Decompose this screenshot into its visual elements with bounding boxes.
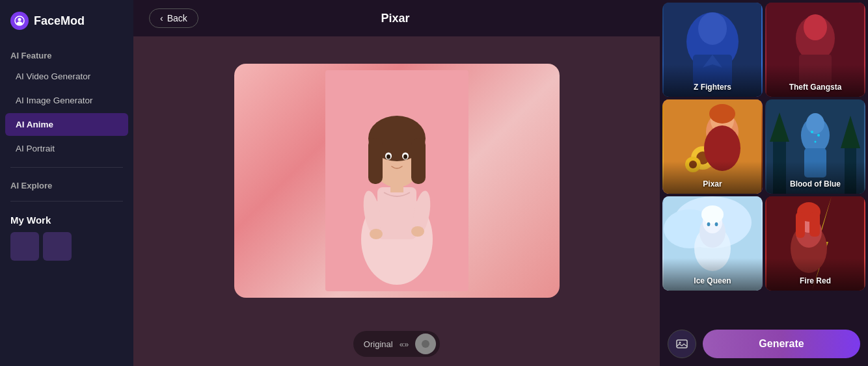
chevron-left-icon: ‹ bbox=[160, 13, 163, 23]
style-card-pixar[interactable]: Pixar bbox=[662, 99, 763, 194]
canvas-area bbox=[133, 36, 660, 324]
svg-rect-68 bbox=[796, 212, 805, 238]
sidebar-item-label: AI Image Generator bbox=[16, 96, 93, 105]
toggle-arrows-icon: «» bbox=[400, 339, 409, 349]
header: ‹ Back Pixar bbox=[133, 0, 660, 36]
style-card-label: Pixar bbox=[703, 179, 722, 189]
style-card-overlay bbox=[662, 258, 763, 291]
style-card-bg: Z Fighters bbox=[662, 3, 763, 97]
style-card-label: Blood of Blue bbox=[790, 179, 841, 189]
back-button[interactable]: ‹ Back bbox=[149, 8, 198, 28]
svg-point-12 bbox=[403, 154, 407, 159]
style-card-bg: Fire Red bbox=[765, 196, 865, 291]
page-title: Pixar bbox=[211, 12, 579, 25]
svg-point-17 bbox=[411, 226, 424, 237]
sidebar-item-label: AI Portrait bbox=[16, 144, 55, 153]
back-label: Back bbox=[167, 13, 187, 23]
svg-point-25 bbox=[804, 14, 827, 40]
toggle-circle[interactable] bbox=[415, 333, 436, 354]
svg-rect-70 bbox=[677, 340, 687, 348]
sidebar-item-ai-image[interactable]: AI Image Generator bbox=[5, 89, 128, 112]
sidebar: FaceMod AI Feature AI Video Generator AI… bbox=[0, 0, 133, 366]
svg-point-57 bbox=[701, 205, 724, 224]
svg-point-1 bbox=[18, 18, 21, 21]
style-card-theft-gangsta[interactable]: Theft Gangsta bbox=[765, 3, 865, 97]
svg-point-49 bbox=[817, 134, 820, 137]
generate-button[interactable]: Generate bbox=[703, 330, 860, 358]
svg-point-16 bbox=[370, 229, 383, 239]
svg-point-11 bbox=[387, 154, 390, 159]
svg-point-50 bbox=[815, 141, 817, 143]
style-card-z-fighters[interactable]: Z Fighters bbox=[662, 3, 763, 97]
styles-grid: Z Fighters Theft Gangsta bbox=[660, 0, 868, 293]
style-card-blood-of-blue[interactable]: Blood of Blue bbox=[765, 99, 865, 194]
main-content: ‹ Back Pixar bbox=[133, 0, 660, 366]
logo-container: FaceMod bbox=[0, 0, 133, 42]
style-card-bg: Ice Queen bbox=[662, 196, 763, 291]
ai-explore-label: AI Explore bbox=[0, 174, 133, 194]
style-card-overlay bbox=[662, 161, 763, 194]
divider bbox=[10, 167, 123, 168]
bottom-controls: Original «» bbox=[133, 324, 660, 366]
divider-2 bbox=[10, 201, 123, 202]
style-card-label: Ice Queen bbox=[694, 276, 731, 285]
my-work-thumb-1[interactable] bbox=[10, 232, 39, 261]
right-panel: Z Fighters Theft Gangsta bbox=[660, 0, 868, 366]
image-upload-icon bbox=[675, 337, 688, 350]
svg-point-71 bbox=[679, 342, 681, 344]
style-card-ice-queen[interactable]: Ice Queen bbox=[662, 196, 763, 291]
style-card-overlay bbox=[765, 258, 865, 291]
canvas-image bbox=[234, 64, 560, 298]
sidebar-item-label: AI Anime bbox=[16, 120, 53, 129]
style-card-bg: Theft Gangsta bbox=[765, 3, 865, 97]
style-card-label: Z Fighters bbox=[694, 83, 731, 92]
sidebar-item-ai-video[interactable]: AI Video Generator bbox=[5, 65, 128, 88]
svg-point-48 bbox=[811, 131, 813, 133]
style-card-bg: Pixar bbox=[662, 99, 763, 194]
person-svg bbox=[325, 70, 468, 291]
toggle-handle-icon bbox=[421, 339, 430, 348]
style-card-label: Fire Red bbox=[800, 276, 831, 285]
sidebar-item-label: AI Video Generator bbox=[16, 72, 90, 81]
toggle-label: Original bbox=[364, 339, 393, 349]
canvas-image-container bbox=[234, 64, 560, 298]
logo-text: FaceMod bbox=[34, 14, 85, 28]
svg-point-60 bbox=[707, 222, 711, 226]
svg-point-46 bbox=[806, 113, 824, 134]
logo-icon bbox=[10, 12, 29, 30]
svg-point-61 bbox=[715, 222, 718, 226]
style-card-label: Theft Gangsta bbox=[789, 83, 842, 92]
sidebar-item-ai-anime[interactable]: AI Anime bbox=[5, 113, 128, 136]
style-card-bg: Blood of Blue bbox=[765, 99, 865, 194]
style-card-overlay bbox=[765, 161, 865, 194]
my-work-thumb-2[interactable] bbox=[43, 232, 72, 261]
style-card-overlay bbox=[765, 64, 865, 97]
ai-feature-label: AI Feature bbox=[0, 42, 133, 64]
svg-point-37 bbox=[709, 104, 735, 124]
svg-rect-13 bbox=[390, 181, 403, 192]
style-card-overlay bbox=[662, 64, 763, 97]
generate-label: Generate bbox=[759, 338, 804, 350]
my-work-label: My Work bbox=[0, 208, 133, 229]
svg-rect-8 bbox=[411, 138, 426, 184]
upload-image-button[interactable] bbox=[668, 330, 696, 358]
style-card-fire-red[interactable]: Fire Red bbox=[765, 196, 865, 291]
svg-point-18 bbox=[422, 340, 429, 348]
right-bottom-bar: Generate bbox=[660, 322, 868, 366]
sidebar-item-ai-portrait[interactable]: AI Portrait bbox=[5, 137, 128, 160]
svg-rect-7 bbox=[368, 138, 383, 184]
toggle-container[interactable]: Original «» bbox=[353, 331, 440, 357]
my-work-thumbnails bbox=[0, 229, 133, 263]
svg-point-21 bbox=[698, 12, 727, 45]
svg-rect-4 bbox=[377, 187, 416, 239]
svg-rect-69 bbox=[809, 212, 820, 237]
